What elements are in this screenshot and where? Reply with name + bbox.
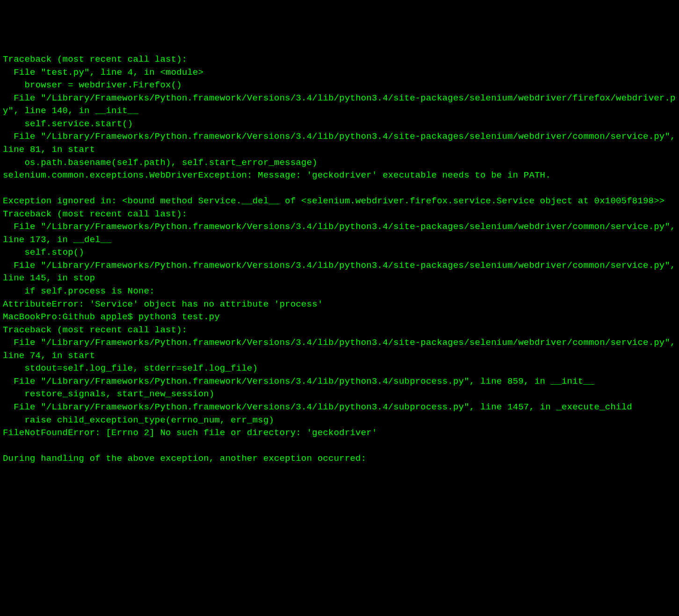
terminal-text: Traceback (most recent call last): File …: [3, 54, 679, 464]
terminal-output[interactable]: Traceback (most recent call last): File …: [3, 53, 676, 466]
